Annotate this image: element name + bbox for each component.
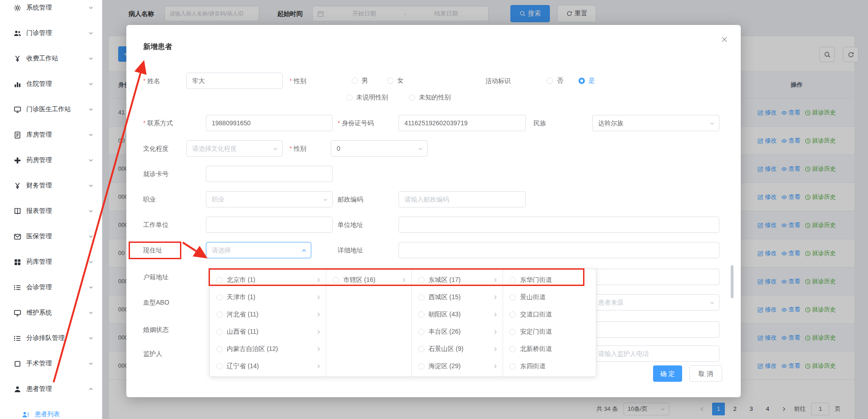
blood-type-label: 血型ABO <box>143 294 170 311</box>
cascader-option[interactable]: 朝阳区 (43) <box>412 306 503 323</box>
yen-icon <box>14 55 21 63</box>
select-placeholder: 请选择 <box>212 246 231 254</box>
select-value: 达斡尔族 <box>598 119 624 127</box>
cascader-option[interactable]: 河北省 (11) <box>210 306 326 323</box>
visit-card-label: 就诊卡号 <box>143 166 169 182</box>
gender-unknown-radio[interactable]: 未知的性别 <box>409 89 451 106</box>
guardian-phone-input[interactable]: 请输入监护人电话 <box>592 345 719 362</box>
cascader-option-label: 交道口街道 <box>520 311 591 319</box>
cascader-option[interactable]: 丰台区 (26) <box>412 323 503 340</box>
yen-icon <box>14 182 21 190</box>
radio-icon <box>216 346 223 352</box>
cascader-option[interactable]: 西城区 (15) <box>412 289 503 306</box>
sidebar-item-label: 医保管理 <box>26 232 88 241</box>
registered-address-label: 户籍地址 <box>143 269 169 285</box>
name-input[interactable]: 牢大 <box>186 73 283 89</box>
close-icon[interactable] <box>721 36 728 43</box>
sidebar-item-11[interactable]: 会诊管理 <box>0 275 102 300</box>
detail-address-input[interactable] <box>399 242 719 258</box>
cascader-option-label: 北京市 (1) <box>227 276 316 284</box>
contact-input[interactable]: 19880991650 <box>206 115 333 131</box>
sidebar-item-label: 患者管理 <box>26 385 88 393</box>
chevron-up-icon <box>88 386 94 392</box>
active-no-radio[interactable]: 否 <box>547 73 563 89</box>
cascader-option[interactable]: 天津市 (1) <box>210 289 326 306</box>
cascader-option-label: 山西省 (11) <box>227 328 316 336</box>
sidebar-item-0[interactable]: 系统管理 <box>0 0 102 20</box>
cascader-option[interactable]: 东城区 (17) <box>412 271 503 289</box>
cascader-option-label: 西城区 (15) <box>429 293 493 301</box>
cascader-option[interactable]: 北京市 (1) <box>210 271 326 289</box>
gear-icon <box>14 4 21 12</box>
cascader-option[interactable]: 东华门街道 <box>503 271 596 289</box>
patient-source-select[interactable]: 患者来源 <box>592 294 719 311</box>
sidebar-item-label: 分诊排队管理 <box>26 334 88 342</box>
sidebar-item-8[interactable]: 报表管理 <box>0 198 102 224</box>
sidebar-item-4[interactable]: 门诊医生工作站 <box>0 97 102 122</box>
confirm-button[interactable]: 确 定 <box>653 365 682 382</box>
cascader-option[interactable]: 石景山区 (9) <box>412 340 503 358</box>
sidebar-item-2[interactable]: 收费工作站 <box>0 46 102 71</box>
cascader-option-label: 东华门街道 <box>520 276 591 284</box>
cascader-option[interactable]: 交道口街道 <box>503 306 596 323</box>
active-yes-radio[interactable]: 是 <box>579 73 595 89</box>
sidebar-item-15[interactable]: 患者管理 <box>0 376 102 402</box>
gender-code-select[interactable]: 0 <box>331 140 428 157</box>
sidebar-item-9[interactable]: 医保管理 <box>0 224 102 249</box>
guardian-label: 监护人 <box>143 345 162 362</box>
sidebar-item-1[interactable]: 门诊管理 <box>0 20 102 46</box>
postal-code-label: 邮政编码 <box>338 191 363 207</box>
cascader-option[interactable]: 海淀区 (29) <box>412 358 503 375</box>
occupation-select[interactable]: 职业 <box>206 191 333 207</box>
education-select[interactable]: 请选择文化程度 <box>186 140 283 157</box>
radio-icon <box>418 329 424 335</box>
sidebar-item-label: 住院管理 <box>26 80 88 88</box>
current-address-select[interactable]: 请选择 <box>206 242 311 258</box>
sidebar-item-13[interactable]: 分诊排队管理 <box>0 325 102 351</box>
id-number-input[interactable]: 411625192602039719 <box>399 115 526 131</box>
gender-male-radio[interactable]: 男 <box>352 73 368 89</box>
sidebar-item-10[interactable]: 药库管理 <box>0 249 102 275</box>
sidebar-item-label: 库房管理 <box>26 131 88 139</box>
report-icon <box>14 207 21 215</box>
radio-icon <box>216 363 223 370</box>
sidebar-item-5[interactable]: 库房管理 <box>0 122 102 148</box>
cascader-option[interactable]: 辽宁省 (14) <box>210 358 326 375</box>
cascader-option[interactable]: 东四街道 <box>503 358 596 375</box>
gender-code-label: 性别 <box>289 140 306 157</box>
modal-scrollbar[interactable] <box>731 265 733 298</box>
visit-card-input[interactable] <box>206 166 333 182</box>
work-unit-input[interactable] <box>206 217 333 233</box>
chevron-right-icon <box>493 295 498 300</box>
sidebar-item-6[interactable]: 药房管理 <box>0 148 102 173</box>
sidebar-item-label: 会诊管理 <box>26 283 88 291</box>
cascader-option[interactable]: 内蒙古自治区 (12) <box>210 340 326 358</box>
cascader-option-label: 丰台区 (26) <box>429 328 493 336</box>
chevron-down-icon <box>709 121 715 126</box>
postal-code-input[interactable]: 请输入邮政编码 <box>399 191 526 207</box>
user-icon <box>14 385 21 393</box>
cascader-option[interactable]: 北新桥街道 <box>503 340 596 358</box>
medical-cross-icon <box>14 157 21 164</box>
chevron-right-icon <box>493 346 498 352</box>
sidebar-item-label: 药库管理 <box>26 258 88 266</box>
cascader-option[interactable]: 安定门街道 <box>503 323 596 340</box>
sidebar-item-label: 报表管理 <box>26 207 88 215</box>
unit-address-input[interactable] <box>399 217 719 233</box>
gender-unspecified-radio[interactable]: 未说明性别 <box>346 89 388 106</box>
ethnicity-select[interactable]: 达斡尔族 <box>592 115 719 131</box>
sidebar-item-14[interactable]: 手术管理 <box>0 351 102 376</box>
cancel-button[interactable]: 取 消 <box>689 365 722 382</box>
sidebar-subitem-patient-list[interactable]: 患者列表 <box>0 402 102 419</box>
sidebar-item-12[interactable]: 维护系统 <box>0 300 102 325</box>
radio-icon <box>346 94 353 101</box>
chevron-down-icon <box>88 30 94 36</box>
cascader-option[interactable]: 市辖区 (16) <box>326 271 411 289</box>
chevron-down-icon <box>88 208 94 214</box>
cascader-option[interactable]: 景山街道 <box>503 289 596 306</box>
cascader-option-label: 景山街道 <box>520 293 591 301</box>
cascader-option[interactable]: 山西省 (11) <box>210 323 326 340</box>
sidebar-item-3[interactable]: 住院管理 <box>0 71 102 97</box>
gender-female-radio[interactable]: 女 <box>387 73 404 89</box>
sidebar-item-7[interactable]: 财务管理 <box>0 173 102 198</box>
